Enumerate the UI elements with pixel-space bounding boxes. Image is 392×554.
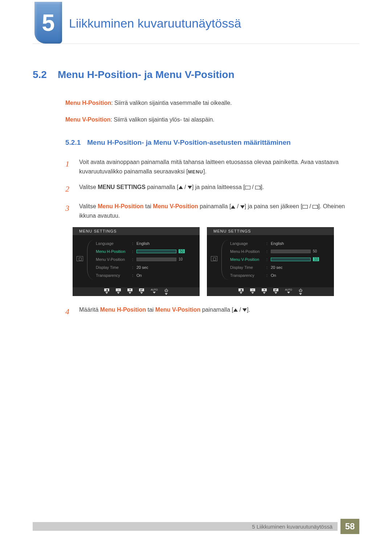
down-icon — [240, 205, 245, 209]
osd-value: On — [136, 273, 142, 278]
up-icon — [179, 186, 183, 189]
osd-value: 20 sec — [136, 265, 148, 270]
osd-value: 20 sec — [271, 265, 282, 270]
osd-label-selected: Menu V-Position — [230, 257, 266, 262]
osd-list: Language : English Menu H-Position : 50 … — [228, 238, 334, 280]
footer-bar: 5 Liikkuminen kuvaruutunäytössä — [33, 522, 338, 531]
page-number: 58 — [340, 519, 359, 534]
osd-value: 50 — [313, 249, 317, 253]
subsection-number: 5.2.1 — [65, 139, 81, 147]
text: Valitse — [79, 203, 98, 209]
steps-list-cont: 4 Määritä Menu H-Position tai Menu V-Pos… — [65, 305, 359, 318]
rect-icon — [302, 205, 308, 209]
osd-btn-power: ⏻ — [164, 288, 168, 296]
enter-icon — [313, 205, 318, 209]
term-vpos: Menu V-Position — [65, 116, 110, 123]
step-body: Valitse Menu H-Position tai Menu V-Posit… — [79, 202, 359, 220]
menu-label: MENU — [188, 169, 203, 175]
step-1: 1 Voit avata avainoppaan painamalla mitä… — [65, 157, 359, 176]
colon: : — [132, 257, 136, 262]
term-hpos: Menu H-Position — [65, 100, 111, 106]
text: ]. — [247, 307, 250, 313]
colon: : — [132, 249, 136, 254]
text: Valitse — [79, 184, 98, 190]
divider — [33, 44, 359, 44]
down-icon — [242, 308, 247, 312]
text: painamalla [ — [146, 184, 179, 190]
term-hpos: Menu H-Position — [98, 203, 143, 209]
osd-side-icon — [211, 256, 217, 261]
step-body: Valitse MENU SETTINGS painamalla [ / ] j… — [79, 182, 359, 195]
osd-item-language: Language : English — [94, 239, 200, 247]
osd-value: 10 — [313, 257, 319, 261]
osd-btn: ◄ — [104, 288, 109, 296]
osd-label: Display Time — [96, 265, 132, 270]
osd-curve — [221, 240, 228, 280]
step-body: Voit avata avainoppaan painamalla mitä t… — [79, 157, 359, 176]
step-3: 3 Valitse Menu H-Position tai Menu V-Pos… — [65, 202, 359, 220]
colon: : — [266, 241, 271, 246]
text: painamalla [ — [200, 307, 233, 313]
page-footer: 5 Liikkuminen kuvaruutunäytössä 58 — [33, 519, 359, 534]
osd-btn: − — [116, 288, 121, 296]
up-icon — [231, 205, 235, 209]
osd-curve — [87, 240, 94, 280]
term-hpos: Menu H-Position — [100, 307, 146, 313]
osd-btn: + — [262, 288, 267, 296]
osd-side — [73, 238, 87, 280]
osd-item-vpos: Menu V-Position : 10 — [94, 255, 200, 263]
osd-label: Language — [230, 241, 266, 246]
colon: : — [132, 241, 136, 246]
up-icon — [233, 308, 238, 312]
step-number: 4 — [65, 305, 72, 318]
step-body: Määritä Menu H-Position tai Menu V-Posit… — [79, 305, 359, 318]
osd-btn: ↵ — [273, 288, 278, 296]
subsection-heading: 5.2.1 Menu H-Position- ja Menu V-Positio… — [65, 139, 359, 147]
enter-icon — [255, 186, 261, 189]
chapter-title: Liikkuminen kuvaruutunäytössä — [69, 16, 241, 30]
osd-header: MENU SETTINGS — [207, 227, 334, 235]
osd-value: 50 — [179, 249, 185, 253]
osd-panel-hpos: MENU SETTINGS Language : English Menu H-… — [73, 227, 200, 296]
osd-btn: ◄ — [238, 288, 244, 296]
osd-item-vpos: Menu V-Position : 10 — [228, 255, 334, 263]
osd-side — [207, 238, 221, 280]
steps-list: 1 Voit avata avainoppaan painamalla mitä… — [65, 157, 359, 221]
osd-side-icon — [77, 256, 83, 261]
osd-label-selected: Menu H-Position — [96, 249, 132, 254]
rect-icon — [245, 186, 250, 189]
colon: : — [266, 273, 271, 278]
section-title: Menu H-Position- ja Menu V-Position — [58, 69, 234, 81]
osd-btn: ↵ — [139, 288, 144, 296]
osd-item-transp: Transparency : On — [228, 271, 334, 279]
osd-body: Language : English Menu H-Position : 50 … — [73, 235, 200, 280]
page: 5 Liikkuminen kuvaruutunäytössä 5.2 Menu… — [0, 0, 392, 554]
osd-label: Language — [96, 241, 132, 246]
chapter-number: 5 — [42, 9, 55, 36]
text: ]. — [261, 184, 264, 190]
subsection-title: Menu H-Position- ja Menu V-Position-aset… — [87, 139, 291, 147]
osd-footer: ◄ − + ↵ AUTO ⏻ — [207, 287, 334, 296]
osd-label: Transparency — [230, 273, 266, 278]
osd-list: Language : English Menu H-Position : 50 … — [94, 238, 200, 280]
osd-slider — [271, 258, 311, 261]
osd-btn: − — [250, 288, 255, 296]
osd-btn: + — [127, 288, 132, 296]
osd-btn-auto: AUTO — [151, 288, 158, 296]
colon: : — [266, 265, 271, 270]
osd-label: Display Time — [230, 265, 266, 270]
colon: : — [132, 273, 136, 278]
osd-item-dtime: Display Time : 20 sec — [228, 263, 334, 271]
text: Määritä — [79, 307, 100, 313]
term-vpos: Menu V-Position — [155, 307, 200, 313]
text: : Siirrä valikon sijaintia vasemmalle ta… — [111, 100, 232, 106]
osd-label: Transparency — [96, 273, 132, 278]
text: ] ja paina laitteessa [ — [192, 184, 245, 190]
osd-row: MENU SETTINGS Language : English Menu H-… — [73, 227, 359, 296]
osd-value: 10 — [179, 257, 183, 261]
osd-slider — [136, 250, 176, 253]
osd-item-hpos: Menu H-Position : 50 — [94, 247, 200, 255]
text: tai — [144, 203, 153, 209]
colon: : — [266, 257, 271, 262]
colon: : — [266, 249, 271, 254]
